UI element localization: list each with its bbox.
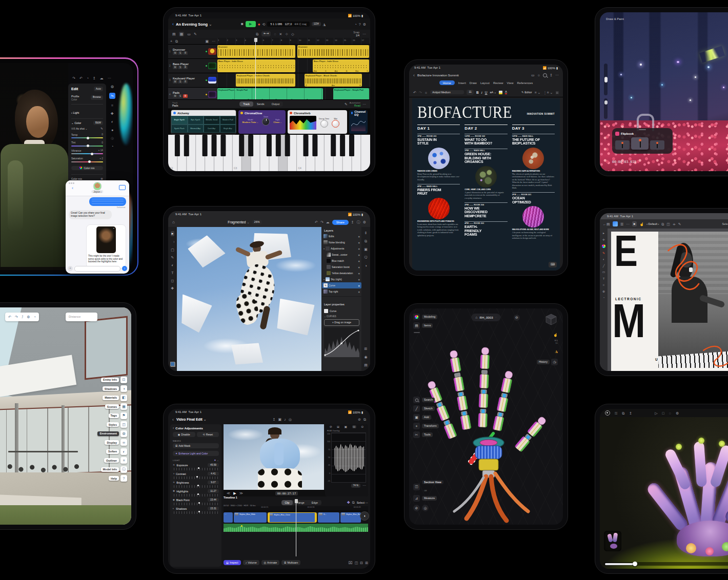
pencil-icon[interactable]: ✎ (194, 32, 197, 36)
slider-brightness[interactable]: ✳Brightness9.07 (173, 481, 219, 488)
crop-tool-icon[interactable]: ⌗ (603, 283, 604, 286)
notifications-icon[interactable]: ◔ (34, 315, 36, 319)
track-keyboard[interactable]: 3 Keyboard Player MSR (168, 73, 217, 88)
prev-frame-icon[interactable]: ≪ (227, 491, 230, 495)
heal-tool-icon[interactable]: ✚ (171, 286, 174, 290)
crop-icon[interactable]: ⌗ (111, 103, 113, 107)
panel-help[interactable]: Help? (66, 475, 127, 482)
clip-skyline-wide[interactable]: Skyline_Blue_Wide (234, 512, 267, 523)
more-icon[interactable]: ⋯ (626, 222, 630, 226)
bw-button[interactable]: B&W (93, 121, 103, 125)
disable-clip-icon[interactable]: ⊘ (358, 418, 361, 421)
visibility-icon[interactable]: ◉ (358, 272, 360, 275)
drag-handle[interactable] (639, 129, 646, 130)
append-left-icon[interactable]: ⊟ (360, 561, 363, 565)
panel-scenes[interactable]: Scenes▦ (66, 403, 127, 410)
avatar[interactable] (93, 182, 102, 191)
overlay-icon[interactable]: ⧉ (363, 418, 366, 421)
clip-skyline-close-selected[interactable]: Skyline_Blue_Close (268, 512, 317, 523)
measure-icon[interactable]: ⊿ (413, 495, 420, 502)
message-input[interactable] (74, 266, 120, 272)
import-media-icon[interactable]: ▣ (278, 418, 282, 421)
home-icon[interactable]: ⌂ (172, 220, 175, 224)
more-icon[interactable]: ⋯ (212, 39, 215, 43)
case-button[interactable]: aA ⌄ (490, 91, 496, 94)
plant-render[interactable] (600, 417, 728, 569)
model-control[interactable]: ModelModern Tube ⌄ (242, 119, 259, 123)
solo-button[interactable]: S (178, 66, 183, 69)
scope-brightness[interactable]: 74 % (351, 484, 360, 488)
font-size-select[interactable]: 11 (467, 90, 474, 94)
layer-row[interactable]: Yellow desaturation◉ (322, 270, 361, 276)
lcd-display[interactable]: 5 1 1 086 127,0 4/4 C maj (267, 22, 309, 27)
grid-icon[interactable]: ⊞ (365, 347, 368, 350)
panel-soften[interactable]: Soften◐ (66, 448, 127, 455)
render-target-icon[interactable] (605, 410, 610, 416)
light-section[interactable]: › Light (71, 111, 79, 114)
file-pill[interactable]: ⌂ RH_0003 ◌ (471, 314, 500, 321)
overwrite-icon[interactable]: ⧉ (352, 501, 355, 504)
document-page[interactable]: BIOFACTURE INNOVATION SUMMIT DAY 1 3PM —… (412, 98, 560, 271)
rec-button[interactable]: R (183, 94, 188, 98)
cycle-icon[interactable]: ⟲ (262, 23, 266, 26)
tools-icon[interactable]: ✂ (413, 431, 420, 438)
bar-ruler[interactable]: 1234567891011121314151617 (217, 38, 370, 45)
more-icon[interactable]: ⋯ (108, 76, 111, 80)
piano-keyboard[interactable]: C2 C3 C4 (168, 135, 370, 171)
visibility-icon[interactable]: ◉ (358, 254, 360, 256)
automation-pencil-icon[interactable]: ✎ (345, 102, 348, 106)
node-tool-icon[interactable]: ☝ (639, 222, 644, 226)
transform-icon[interactable]: ⧉ (661, 222, 664, 226)
bullet-list-icon[interactable]: ≡ ⌄ (535, 91, 541, 94)
preset-cell[interactable]: Bright Arp (220, 125, 236, 133)
cloud-icon[interactable]: ☁ (100, 76, 104, 80)
bold-button[interactable]: B (476, 91, 479, 94)
plugin-chromaverb[interactable]: ChromaVerb Decay Time Wet (288, 110, 347, 134)
redo-icon[interactable]: ↷ (72, 76, 75, 80)
song-title[interactable]: An Evening Song ⌄ (176, 22, 212, 27)
mute-button[interactable]: M (173, 80, 177, 84)
sketch-label[interactable]: Sketch (422, 406, 435, 411)
plugin-channeleq[interactable]: Channel EQ (349, 110, 368, 134)
track-drummer[interactable]: 1 Drummer MSR (168, 45, 217, 59)
visibility-icon[interactable]: ◉ (358, 241, 360, 244)
reset-button[interactable]: ⟲ Reset (197, 432, 219, 437)
dismiss-keyboard-button[interactable]: ⌨ (549, 262, 557, 267)
modeling-icon[interactable] (413, 314, 420, 320)
panel-display[interactable]: Display∞ (66, 439, 127, 446)
animate-button[interactable]: ◎ Animate (261, 560, 280, 565)
tab-layout[interactable]: Layout (480, 81, 490, 85)
lasso-tool-icon[interactable]: ᭡ (171, 240, 174, 244)
multicam-button[interactable]: ⊞ Multicam (281, 560, 300, 565)
loop-icon[interactable]: ◌ (669, 411, 671, 415)
versions-icon[interactable]: ◔ (111, 144, 113, 148)
masking-icon[interactable]: ◐ (111, 120, 113, 123)
underline-button[interactable]: U (485, 91, 488, 94)
color-mix-button[interactable]: Color mix (71, 166, 103, 171)
lens-icon[interactable]: ◎ (111, 136, 114, 140)
mute-button[interactable]: M (173, 66, 177, 69)
tab-home[interactable]: Home (439, 80, 455, 85)
timeline-scrubber[interactable] (604, 562, 728, 566)
layer-group-row[interactable]: ▾Adjustments◉ (322, 245, 361, 252)
tab-insert[interactable]: Insert (458, 81, 466, 85)
scope-overlay-icon[interactable]: ⧉ (352, 425, 356, 428)
font-name-select[interactable]: Antipol Medium (430, 90, 464, 95)
type-tool-icon[interactable]: T (171, 271, 173, 275)
cloud-icon[interactable]: ☁ (326, 220, 330, 224)
loop-icon[interactable]: ◌ (274, 32, 276, 36)
fade-icon[interactable]: ⊹ (285, 32, 288, 36)
transform-label[interactable]: Transform (422, 424, 439, 428)
preset-cell[interactable]: Synth Pluck (171, 125, 188, 133)
move-tool-icon[interactable]: ▸ (603, 232, 604, 235)
eraser-tool-icon[interactable]: ◐ (171, 263, 173, 267)
add-icon[interactable]: ▣ (413, 414, 420, 421)
back-icon[interactable]: ‹ (413, 73, 415, 78)
frame-thumb[interactable] (650, 140, 664, 150)
visibility-icon[interactable]: ◉ (358, 284, 360, 287)
marquee-tool-icon[interactable]: ▢ (171, 248, 174, 252)
color-tool-icon[interactable] (602, 244, 605, 248)
clip-s[interactable]: S... (318, 512, 339, 523)
section-view-icon[interactable]: ◫ (413, 484, 420, 490)
slider-blackpoint[interactable]: ◆Black Point15.44 (173, 498, 219, 505)
